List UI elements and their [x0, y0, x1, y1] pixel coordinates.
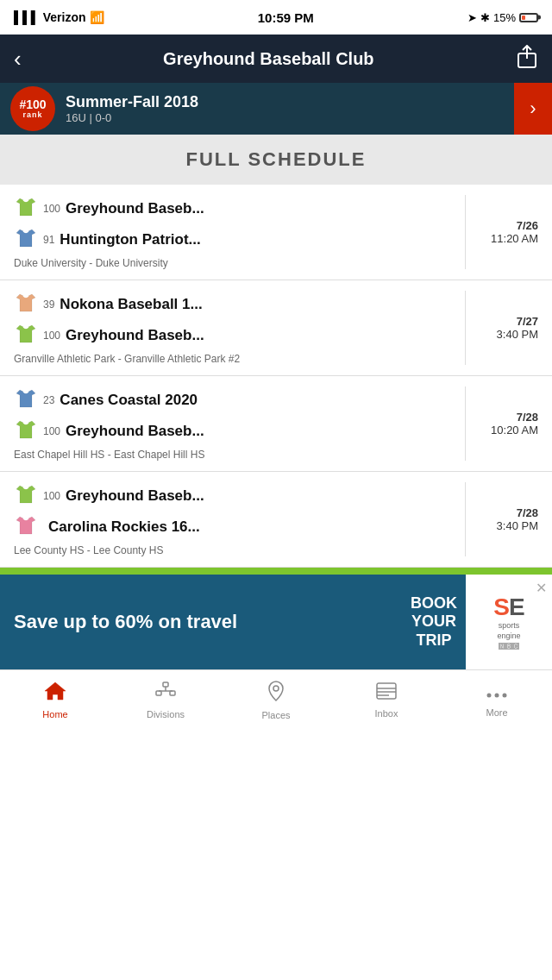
- team2-name: Greyhound Baseb...: [66, 327, 204, 344]
- ad-text: Save up to 60% on travel: [0, 597, 402, 647]
- venue-label: Granville Athletic Park - Granville Athl…: [14, 353, 453, 365]
- wifi-icon: 📶: [90, 10, 104, 24]
- inbox-icon: [375, 682, 398, 706]
- ad-cta-line2: YOUR: [411, 612, 457, 631]
- game-divider: [465, 482, 466, 556]
- team1-line: 100 Greyhound Baseb...: [14, 195, 453, 223]
- team2-line: 100 Greyhound Baseb...: [14, 418, 453, 445]
- game-row[interactable]: 23 Canes Coastal 2020 100 Greyhound Base…: [0, 376, 552, 472]
- team1-line: 23 Canes Coastal 2020: [14, 386, 453, 414]
- team1-rank: 100: [43, 490, 60, 502]
- svg-point-14: [503, 694, 507, 698]
- accent-bar: [0, 568, 552, 575]
- team2-jersey-icon: [14, 322, 38, 349]
- svg-point-12: [487, 694, 492, 698]
- game-datetime: 7/27 3:40 PM: [478, 291, 538, 365]
- team1-jersey-icon: [14, 195, 38, 223]
- game-row[interactable]: 100 Greyhound Baseb... 91 Huntington Pat…: [0, 185, 552, 280]
- game-row[interactable]: 100 Greyhound Baseb... Carolina Rockies …: [0, 472, 552, 568]
- nav-item-places[interactable]: Places: [221, 670, 331, 730]
- game-datetime: 7/26 11:20 AM: [478, 195, 538, 269]
- venue-label: Duke University - Duke University: [14, 257, 453, 269]
- game-divider: [465, 195, 466, 269]
- divisions-label: Divisions: [147, 709, 185, 719]
- game-row[interactable]: 39 Nokona Baseball 1... 100 Greyhound Ba…: [0, 280, 552, 376]
- team-season: Summer-Fall 2018: [66, 93, 514, 111]
- team1-name: Greyhound Baseb...: [66, 487, 204, 505]
- places-icon: [266, 680, 286, 707]
- game-time: 3:40 PM: [497, 519, 538, 532]
- ad-logo-text: SE: [493, 594, 524, 621]
- game-date: 7/27: [517, 315, 538, 328]
- game-divider: [465, 291, 466, 365]
- team1-name: Greyhound Baseb...: [66, 200, 204, 217]
- team-info: Summer-Fall 2018 16U | 0-0: [66, 93, 514, 124]
- team1-line: 39 Nokona Baseball 1...: [14, 291, 453, 318]
- nav-item-divisions[interactable]: Divisions: [110, 670, 221, 730]
- header: ‹ Greyhound Baseball Club: [0, 35, 552, 83]
- team1-jersey-icon: [14, 386, 38, 414]
- game-time: 3:40 PM: [497, 328, 538, 341]
- team2-rank: 100: [43, 425, 60, 437]
- venue-label: East Chapel Hill HS - East Chapel Hill H…: [14, 449, 453, 461]
- inbox-label: Inbox: [375, 708, 398, 719]
- ad-main-text: Save up to 60% on travel: [14, 611, 388, 633]
- game-date: 7/28: [517, 506, 538, 519]
- bottom-nav: Home Divisions Places Inbo: [0, 669, 552, 730]
- more-label: More: [486, 707, 507, 718]
- more-icon: [486, 682, 508, 705]
- carrier-label: Verizon: [43, 10, 86, 24]
- team1-jersey-icon: [14, 291, 38, 318]
- team2-line: 100 Greyhound Baseb...: [14, 322, 453, 349]
- team1-rank: 100: [43, 203, 60, 215]
- team1-rank: 39: [43, 298, 54, 311]
- nav-item-home[interactable]: Home: [0, 670, 110, 730]
- team2-jersey-icon: [14, 226, 38, 254]
- svg-point-13: [495, 694, 499, 698]
- nav-item-more[interactable]: More: [442, 670, 552, 730]
- game-datetime: 7/28 10:20 AM: [478, 386, 538, 461]
- ad-close-button[interactable]: ✕: [536, 580, 547, 596]
- game-time: 10:20 AM: [491, 424, 538, 437]
- rank-label: rank: [22, 110, 42, 119]
- game-info: 23 Canes Coastal 2020 100 Greyhound Base…: [14, 386, 453, 461]
- svg-point-7: [273, 686, 279, 691]
- signal-icon: ▌▌▌: [14, 10, 40, 24]
- ad-logo-brand: sportsengine: [497, 621, 520, 641]
- team-banner: #100 rank Summer-Fall 2018 16U | 0-0 ›: [0, 83, 552, 135]
- nav-item-inbox[interactable]: Inbox: [331, 670, 442, 730]
- svg-marker-1: [45, 682, 66, 700]
- battery-icon: [519, 13, 538, 22]
- rank-badge: #100 rank: [10, 86, 55, 131]
- team1-name: Canes Coastal 2020: [60, 392, 198, 409]
- rank-number: #100: [19, 98, 46, 110]
- svg-rect-2: [163, 682, 168, 687]
- team1-jersey-icon: [14, 482, 38, 510]
- banner-arrow-button[interactable]: ›: [514, 83, 552, 135]
- schedule-header: FULL SCHEDULE: [0, 135, 552, 185]
- status-battery-area: ➤ ✱ 15%: [467, 11, 538, 24]
- places-label: Places: [261, 710, 290, 720]
- game-datetime: 7/28 3:40 PM: [478, 482, 538, 556]
- team2-jersey-icon: [14, 513, 38, 541]
- team2-rank: 100: [43, 330, 60, 342]
- ad-cta[interactable]: BOOK YOUR TRIP: [402, 586, 466, 659]
- game-date: 7/28: [517, 411, 538, 424]
- status-carrier: ▌▌▌ Verizon 📶: [14, 10, 104, 24]
- header-title: Greyhound Baseball Club: [22, 49, 516, 69]
- back-button[interactable]: ‹: [14, 46, 22, 72]
- share-button[interactable]: [516, 45, 538, 73]
- team2-line: 91 Huntington Patriot...: [14, 226, 453, 254]
- battery-percent: 15%: [493, 11, 516, 24]
- team2-jersey-icon: [14, 418, 38, 445]
- game-divider: [465, 386, 466, 461]
- bluetooth-icon: ✱: [480, 11, 490, 24]
- home-icon: [44, 681, 66, 707]
- svg-rect-8: [377, 683, 396, 699]
- venue-label: Lee County HS - Lee County HS: [14, 544, 453, 556]
- team1-name: Nokona Baseball 1...: [60, 296, 202, 313]
- game-date: 7/26: [517, 219, 538, 232]
- games-list: 100 Greyhound Baseb... 91 Huntington Pat…: [0, 185, 552, 568]
- ad-nbc-logo: 🅽🅱🅲: [499, 643, 519, 650]
- divisions-icon: [154, 681, 177, 707]
